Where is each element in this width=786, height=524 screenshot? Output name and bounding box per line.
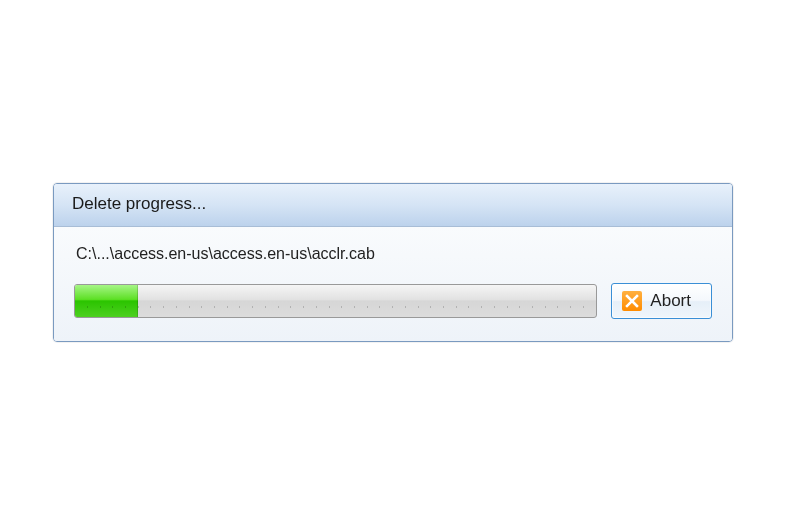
dialog-title: Delete progress... xyxy=(54,184,732,227)
delete-progress-dialog: Delete progress... C:\...\access.en-us\a… xyxy=(53,183,733,342)
abort-button-label: Abort xyxy=(650,291,691,311)
progress-tick-marks xyxy=(75,306,596,314)
abort-button[interactable]: Abort xyxy=(611,283,712,319)
dialog-content: C:\...\access.en-us\access.en-us\acclr.c… xyxy=(54,227,732,341)
current-file-path: C:\...\access.en-us\access.en-us\acclr.c… xyxy=(74,245,712,263)
abort-icon xyxy=(622,291,642,311)
progress-bar-fill xyxy=(75,285,138,317)
progress-row: Abort xyxy=(74,283,712,319)
progress-bar xyxy=(74,284,597,318)
